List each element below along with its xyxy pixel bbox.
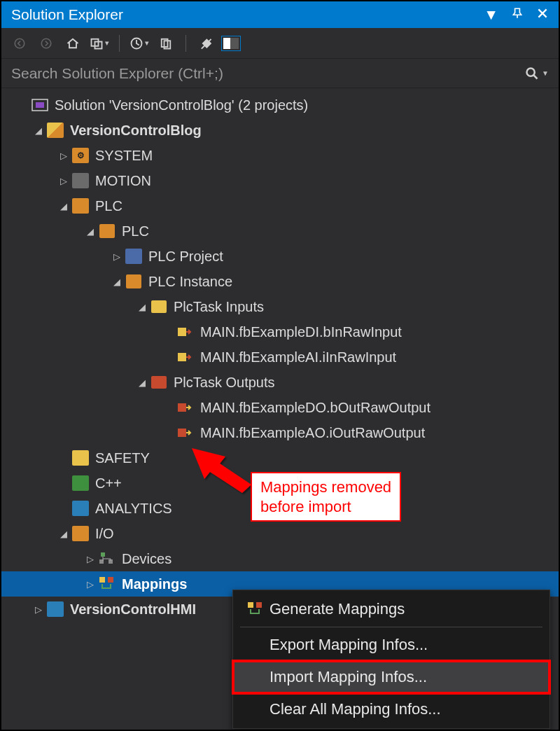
menu-clear-mapping[interactable]: Clear All Mapping Infos...	[233, 693, 550, 725]
node-label: C++	[95, 475, 122, 492]
node-label: Devices	[122, 551, 172, 567]
node-label: PLC Project	[148, 249, 223, 265]
svg-rect-20	[108, 577, 113, 583]
svg-rect-11	[36, 102, 44, 108]
menu-label: Clear All Mapping Infos...	[270, 700, 441, 718]
svg-rect-15	[178, 429, 186, 437]
search-bar: ▼	[1, 59, 559, 88]
cpp-icon	[71, 474, 90, 492]
context-menu: Generate Mappings Export Mapping Infos..…	[232, 590, 550, 729]
preview-icon[interactable]	[221, 36, 241, 51]
node-label: MAIN.fbExampleAO.iOutRawOutput	[200, 425, 425, 441]
svg-rect-12	[178, 328, 186, 336]
svg-rect-7	[223, 38, 230, 49]
svg-rect-14	[178, 403, 186, 412]
node-label: MOTION	[95, 173, 151, 189]
var-in-icon	[176, 323, 195, 341]
project-icon	[46, 600, 64, 618]
node-label: SAFETY	[95, 450, 150, 466]
menu-export-mapping[interactable]: Export Mapping Infos...	[233, 629, 550, 661]
tree-node-io[interactable]: ◢ I/O	[1, 521, 559, 546]
node-label: MAIN.fbExampleAI.iInRawInput	[200, 349, 396, 366]
plc-project-icon	[125, 247, 143, 265]
svg-rect-21	[248, 602, 253, 608]
motion-icon	[71, 172, 90, 190]
tree-node-output-var[interactable]: ▷ MAIN.fbExampleDO.bOutRawOutput	[1, 395, 559, 420]
menu-label: Export Mapping Infos...	[270, 636, 428, 654]
node-label: ANALYTICS	[95, 501, 172, 517]
var-out-icon	[176, 424, 195, 442]
tree-node-plc-inner[interactable]: ◢ PLC	[1, 218, 559, 244]
folder-input-icon	[150, 298, 168, 316]
switch-views-icon[interactable]	[88, 32, 111, 55]
tree-node-task-outputs[interactable]: ◢ PlcTask Outputs	[1, 370, 559, 395]
dropdown-icon[interactable]: ▼	[484, 6, 498, 23]
node-label: PlcTask Outputs	[174, 375, 275, 391]
tree-node-devices[interactable]: ▷ Devices	[1, 546, 559, 571]
svg-rect-13	[178, 353, 186, 361]
solution-tree: ▷ Solution 'VersionControlBlog' (2 proje…	[1, 88, 559, 622]
tree-node-motion[interactable]: ▷ MOTION	[1, 168, 559, 193]
sync-icon[interactable]	[155, 32, 177, 55]
node-label: PLC	[95, 198, 122, 214]
node-label: PlcTask Inputs	[174, 299, 264, 315]
forward-icon[interactable]	[35, 32, 57, 55]
tree-node-plc-project[interactable]: ▷ PLC Project	[1, 244, 559, 269]
mappings-icon	[98, 575, 116, 593]
menu-label: Import Mapping Infos...	[270, 668, 427, 686]
plc-inner-icon	[98, 222, 116, 240]
back-icon[interactable]	[8, 32, 31, 55]
node-label: VersionControlHMI	[70, 601, 196, 618]
menu-import-mapping[interactable]: Import Mapping Infos...	[233, 661, 550, 693]
node-label: PLC Instance	[148, 274, 232, 290]
tree-node-input-var[interactable]: ▷ MAIN.fbExampleDI.bInRawInput	[1, 319, 559, 344]
menu-generate-mappings[interactable]: Generate Mappings	[233, 593, 550, 625]
plc-instance-icon	[125, 272, 143, 291]
svg-point-9	[527, 68, 535, 76]
tree-node-plc-instance[interactable]: ◢ PLC Instance	[1, 269, 559, 294]
tree-node-safety[interactable]: ▷ SAFETY	[1, 445, 559, 471]
var-out-icon	[176, 398, 195, 417]
analytics-icon	[71, 499, 90, 517]
node-label: VersionControlBlog	[70, 123, 202, 139]
menu-label: Generate Mappings	[270, 600, 405, 618]
search-icon[interactable]: ▼	[525, 67, 549, 81]
node-label: MAIN.fbExampleDO.bOutRawOutput	[200, 400, 430, 416]
node-label: Solution 'VersionControlBlog' (2 project…	[55, 97, 308, 113]
callout-text: Mappings removed	[260, 478, 391, 497]
folder-output-icon	[150, 373, 168, 391]
pending-changes-icon[interactable]	[128, 32, 150, 55]
devices-icon	[98, 550, 116, 568]
plc-icon	[71, 197, 90, 215]
node-label: I/O	[95, 526, 114, 542]
tree-node-input-var[interactable]: ▷ MAIN.fbExampleAI.iInRawInput	[1, 344, 559, 370]
io-icon	[71, 524, 90, 543]
tree-node-project[interactable]: ◢ VersionControlBlog	[1, 118, 559, 143]
svg-rect-22	[256, 602, 262, 608]
generate-mappings-icon	[241, 601, 270, 617]
close-icon[interactable]	[536, 6, 549, 23]
pin-icon[interactable]	[511, 6, 524, 23]
var-in-icon	[176, 348, 195, 366]
tree-node-plc[interactable]: ◢ PLC	[1, 193, 559, 218]
svg-rect-16	[101, 552, 105, 557]
titlebar: Solution Explorer ▼	[1, 1, 559, 28]
callout-text: before import	[260, 497, 391, 517]
svg-rect-19	[99, 577, 105, 583]
svg-rect-8	[230, 38, 239, 49]
node-label: MAIN.fbExampleDI.bInRawInput	[200, 324, 402, 340]
node-label: SYSTEM	[95, 148, 153, 164]
panel-title: Solution Explorer	[11, 6, 484, 23]
node-label: Mappings	[122, 576, 187, 592]
tree-node-system[interactable]: ▷ ⚙ SYSTEM	[1, 143, 559, 168]
solution-icon	[31, 96, 49, 114]
search-input[interactable]	[11, 65, 525, 82]
menu-separator	[240, 627, 542, 627]
tree-node-solution[interactable]: ▷ Solution 'VersionControlBlog' (2 proje…	[1, 92, 559, 118]
properties-icon[interactable]	[195, 32, 217, 55]
svg-point-0	[15, 39, 24, 48]
home-icon[interactable]	[62, 32, 84, 55]
svg-point-1	[41, 39, 51, 48]
tree-node-task-inputs[interactable]: ◢ PlcTask Inputs	[1, 294, 559, 319]
tree-node-output-var[interactable]: ▷ MAIN.fbExampleAO.iOutRawOutput	[1, 420, 559, 445]
